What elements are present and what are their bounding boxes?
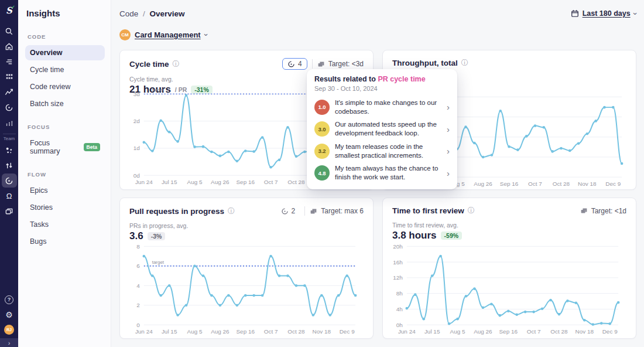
- survey-result-row[interactable]: 3.0 Our automated tests speed up the dev…: [314, 118, 450, 140]
- surveys-swirl-icon-active[interactable]: [2, 174, 17, 188]
- surveys-swirl-icon: [287, 60, 295, 68]
- team-avatar-badge: CM: [119, 29, 131, 40]
- sidebar-item-cycle-time[interactable]: Cycle time: [25, 62, 105, 77]
- sidebar-section-code: CODE: [28, 33, 105, 40]
- sidebar-section-flow: FLOW: [28, 171, 105, 178]
- chevron-down-icon: ›: [202, 33, 210, 36]
- svg-text:Aug 5: Aug 5: [187, 328, 203, 335]
- collapse-rail-chevron[interactable]: ›: [0, 338, 18, 347]
- svg-text:Oct 7: Oct 7: [264, 179, 278, 185]
- pull-request-icon[interactable]: [2, 158, 17, 172]
- breadcrumb-current: Overview: [150, 9, 185, 18]
- panel-title: Cycle time: [129, 60, 169, 69]
- activity-chart-icon[interactable]: [2, 85, 17, 99]
- target-setting[interactable]: Target: <1d: [580, 207, 626, 215]
- survey-results-button[interactable]: 4: [282, 58, 307, 70]
- user-avatar[interactable]: RJ: [4, 325, 14, 335]
- svg-text:12h: 12h: [393, 274, 403, 281]
- svg-text:Aug 5: Aug 5: [187, 179, 203, 185]
- metric-unit: / PR: [175, 86, 187, 93]
- team-selector[interactable]: CM Card Management ›: [119, 27, 636, 42]
- app-window: S✔ Team Ω ? ⚙ RJ › Insights CODE Overvie…: [0, 0, 644, 347]
- logo-check-icon: ✔: [11, 5, 15, 10]
- home-icon[interactable]: [2, 39, 17, 53]
- sidebar-item-overview[interactable]: Overview: [25, 45, 105, 60]
- svg-text:Oct 7: Oct 7: [264, 328, 278, 335]
- trend-badge: -59%: [441, 232, 463, 240]
- work-log-icon[interactable]: [2, 55, 17, 69]
- svg-text:Sep 16: Sep 16: [499, 328, 518, 335]
- survey-results-popup: Results related to PR cycle time Sep 30 …: [307, 69, 457, 189]
- survey-count: 4: [298, 60, 302, 68]
- target-label: Target: max 6: [321, 207, 364, 215]
- survey-statement: It's simple to make changes to our codeb…: [335, 98, 441, 115]
- info-icon[interactable]: ⓘ: [461, 58, 468, 68]
- target-label: Target: <1d: [591, 207, 626, 215]
- sidebar-item-label: Focus summary: [30, 139, 80, 155]
- apps-grid-icon[interactable]: [2, 70, 17, 84]
- breadcrumb-code-link[interactable]: Code: [119, 9, 138, 18]
- sidebar-item-label: Overview: [30, 49, 63, 57]
- sidebar-item-bugs[interactable]: Bugs: [25, 234, 105, 249]
- svg-text:Jul 15: Jul 15: [424, 328, 440, 335]
- sidebar-item-focus-summary[interactable]: Focus summaryBeta: [25, 135, 105, 159]
- member-icon[interactable]: Ω: [2, 189, 17, 203]
- panel-title: Time to first review: [392, 206, 464, 215]
- info-icon[interactable]: ⓘ: [468, 206, 475, 216]
- svg-text:Jun 24: Jun 24: [135, 328, 153, 335]
- calendar-icon: [571, 9, 579, 18]
- svg-text:Oct 28: Oct 28: [287, 179, 305, 185]
- search-icon[interactable]: [2, 24, 17, 38]
- people-icon[interactable]: [2, 143, 17, 157]
- settings-gear-icon[interactable]: ⚙: [2, 308, 17, 322]
- panel-prs-in-progress: Pull requests in progressⓘ 2 Target: max…: [119, 198, 374, 339]
- svg-text:16h: 16h: [393, 259, 403, 266]
- survey-results-button[interactable]: 2: [276, 206, 300, 216]
- svg-text:0h: 0h: [396, 322, 403, 328]
- info-icon[interactable]: ⓘ: [173, 59, 180, 69]
- svg-text:Aug 26: Aug 26: [211, 328, 229, 335]
- svg-text:Dec 9: Dec 9: [605, 181, 621, 187]
- sidebar-item-code-review[interactable]: Code review: [25, 79, 105, 94]
- info-icon[interactable]: ⓘ: [228, 206, 235, 216]
- survey-result-row[interactable]: 1.0 It's simple to make changes to our c…: [314, 96, 450, 118]
- popup-date-range: Sep 30 - Oct 10, 2024: [314, 85, 450, 92]
- sidebar-item-epics[interactable]: Epics: [25, 183, 105, 198]
- svg-text:6: 6: [136, 263, 140, 269]
- svg-text:Aug 26: Aug 26: [474, 328, 492, 335]
- rail-divider: [3, 134, 16, 134]
- svg-text:Dec 9: Dec 9: [340, 328, 355, 335]
- target-setting[interactable]: Target: <3d: [317, 60, 364, 68]
- insights-bars-icon[interactable]: [2, 115, 17, 130]
- sidebar-item-stories[interactable]: Stories: [25, 200, 105, 215]
- svg-text:Sep 16: Sep 16: [236, 179, 255, 185]
- chevron-right-icon: ›: [447, 169, 450, 178]
- svg-text:Oct 28: Oct 28: [550, 328, 568, 335]
- sidebar-item-label: Stories: [30, 203, 53, 212]
- sidebar-section-focus: FOCUS: [28, 124, 105, 130]
- sidebar-item-tasks[interactable]: Tasks: [25, 217, 105, 232]
- panel-title: Throughput, total: [392, 59, 458, 67]
- chevron-right-icon: ›: [447, 125, 450, 134]
- sidebar-item-label: Batch size: [30, 100, 64, 108]
- sidebar: Insights CODE Overview Cycle time Code r…: [18, 0, 111, 347]
- sidebar-item-batch-size[interactable]: Batch size: [25, 96, 105, 111]
- sidebar-title: Insights: [26, 8, 105, 18]
- screens-icon[interactable]: [2, 204, 17, 218]
- screens-icon: [580, 207, 588, 215]
- svg-text:Jul 15: Jul 15: [162, 328, 177, 335]
- svg-text:2d: 2d: [133, 118, 140, 124]
- help-icon[interactable]: ?: [2, 292, 17, 307]
- topbar: Code / Overview Last 180 days ›: [119, 6, 636, 21]
- trend-badge: -31%: [191, 86, 213, 94]
- sidebar-item-label: Epics: [30, 186, 48, 195]
- chevron-right-icon: ›: [447, 147, 450, 155]
- svg-text:Jul 15: Jul 15: [162, 179, 177, 185]
- date-range-filter[interactable]: Last 180 days ›: [571, 9, 636, 18]
- target-setting[interactable]: Target: max 6: [310, 207, 364, 215]
- survey-result-row[interactable]: 4.8 My team always has the chance to fin…: [314, 162, 450, 183]
- divider: [312, 59, 313, 69]
- survey-result-row[interactable]: 3.2 My team releases code in the smalles…: [314, 140, 450, 162]
- surveys-swirl-icon[interactable]: [2, 100, 17, 114]
- survey-count: 2: [292, 207, 296, 215]
